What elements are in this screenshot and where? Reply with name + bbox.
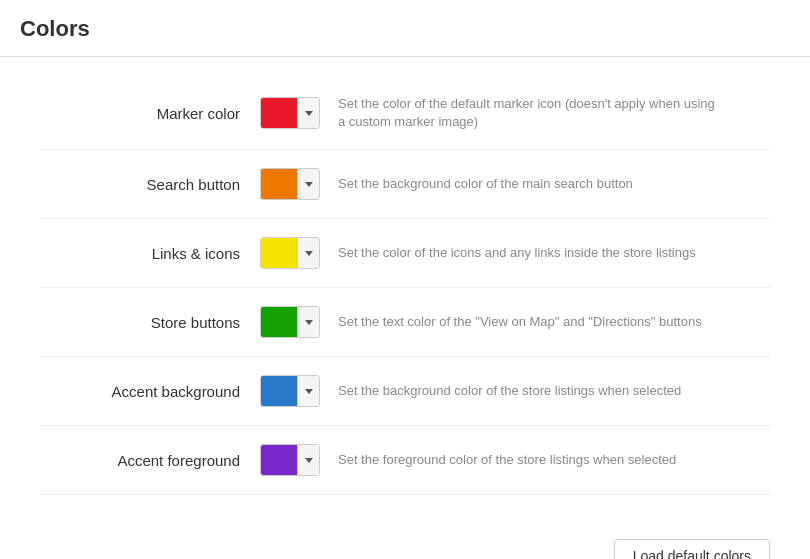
color-label-search-button: Search button [40, 176, 260, 193]
color-dropdown-btn-search-button[interactable] [297, 169, 319, 199]
chevron-down-icon [305, 182, 313, 187]
color-swatch-links-icons [261, 238, 297, 268]
color-row-accent-foreground: Accent foreground Set the foreground col… [40, 426, 770, 495]
color-row-search-button: Search button Set the background color o… [40, 150, 770, 219]
color-label-accent-foreground: Accent foreground [40, 452, 260, 469]
color-description-links-icons: Set the color of the icons and any links… [338, 244, 696, 262]
color-dropdown-btn-marker-color[interactable] [297, 98, 319, 128]
color-swatch-store-buttons [261, 307, 297, 337]
color-description-accent-foreground: Set the foreground color of the store li… [338, 451, 676, 469]
chevron-down-icon [305, 111, 313, 116]
color-picker-marker-color[interactable] [260, 97, 320, 129]
color-label-accent-background: Accent background [40, 383, 260, 400]
chevron-down-icon [305, 320, 313, 325]
color-dropdown-btn-accent-background[interactable] [297, 376, 319, 406]
color-row-marker-color: Marker color Set the color of the defaul… [40, 77, 770, 150]
color-row-accent-background: Accent background Set the background col… [40, 357, 770, 426]
color-swatch-accent-foreground [261, 445, 297, 475]
color-row-store-buttons: Store buttons Set the text color of the … [40, 288, 770, 357]
color-picker-store-buttons[interactable] [260, 306, 320, 338]
color-dropdown-btn-accent-foreground[interactable] [297, 445, 319, 475]
load-defaults-button[interactable]: Load default colors [614, 539, 770, 559]
chevron-down-icon [305, 389, 313, 394]
color-picker-links-icons[interactable] [260, 237, 320, 269]
color-picker-accent-foreground[interactable] [260, 444, 320, 476]
color-dropdown-btn-store-buttons[interactable] [297, 307, 319, 337]
color-description-search-button: Set the background color of the main sea… [338, 175, 633, 193]
color-swatch-marker-color [261, 98, 297, 128]
color-picker-accent-background[interactable] [260, 375, 320, 407]
color-description-accent-background: Set the background color of the store li… [338, 382, 681, 400]
chevron-down-icon [305, 458, 313, 463]
chevron-down-icon [305, 251, 313, 256]
settings-container: Marker color Set the color of the defaul… [0, 57, 810, 515]
footer: Load default colors [0, 515, 810, 559]
color-swatch-accent-background [261, 376, 297, 406]
color-label-marker-color: Marker color [40, 105, 260, 122]
color-description-marker-color: Set the color of the default marker icon… [338, 95, 718, 131]
color-description-store-buttons: Set the text color of the "View on Map" … [338, 313, 702, 331]
color-label-store-buttons: Store buttons [40, 314, 260, 331]
color-dropdown-btn-links-icons[interactable] [297, 238, 319, 268]
color-label-links-icons: Links & icons [40, 245, 260, 262]
color-picker-search-button[interactable] [260, 168, 320, 200]
color-swatch-search-button [261, 169, 297, 199]
color-row-links-icons: Links & icons Set the color of the icons… [40, 219, 770, 288]
page-title: Colors [0, 0, 810, 57]
